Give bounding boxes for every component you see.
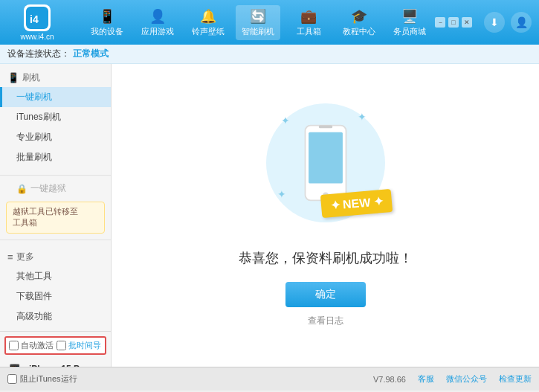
apps-games-icon: 👤 (149, 8, 166, 25)
phone-illustration (300, 122, 352, 204)
tutorial-label: 教程中心 (343, 26, 375, 37)
main-layout: 📱 刷机 一键刷机 iTunes刷机 专业刷机 批量刷机 🔒 一键越狱 越狱工具… (0, 64, 539, 367)
lock-icon: 🔒 (16, 184, 28, 194)
auto-activate-checkbox[interactable]: 自动激活 (9, 340, 54, 351)
svg-text:i4: i4 (30, 13, 39, 25)
minimize-button[interactable]: － (435, 17, 445, 28)
device-details: iPhone 15 Pro Max 512GB iPhone (29, 362, 106, 367)
itunes-label: 阻止iTunes运行 (20, 373, 77, 385)
download-button[interactable]: ⬇ (484, 12, 505, 33)
sidebar-item-other-tools[interactable]: 其他工具 (0, 266, 111, 286)
nav-item-my-device[interactable]: 📱 我的设备 (85, 5, 129, 40)
nav-items: 📱 我的设备 👤 应用游戏 🔔 铃声壁纸 🔄 智能刷机 💼 工具箱 🎓 教程中心… (82, 5, 435, 40)
ringtone-icon: 🔔 (200, 8, 216, 25)
sparkle-icon-2: ✦ (358, 111, 367, 123)
flash-section-icon: 📱 (7, 72, 19, 83)
import-contacts-checkbox[interactable]: 批时间导 (57, 340, 101, 351)
nav-item-service[interactable]: 🖥️ 务员商城 (387, 5, 432, 40)
window-controls: － □ ✕ (435, 17, 472, 28)
sidebar-item-jailbreak-disabled: 🔒 一键越狱 (0, 179, 111, 199)
my-device-label: 我的设备 (91, 26, 123, 37)
sparkle-icon-3: ✦ (277, 188, 286, 200)
sidebar-divider-1 (0, 175, 111, 176)
svg-rect-3 (309, 132, 343, 184)
new-badge-star-left: ✦ (329, 198, 340, 213)
success-message: 恭喜您，保资料刷机成功啦！ (239, 249, 413, 267)
auto-options-box: 自动激活 批时间导 (4, 336, 106, 355)
sidebar-section-header-more: ≡ 更多 (0, 248, 111, 266)
sidebar-item-pro-flash[interactable]: 专业刷机 (0, 127, 111, 147)
sidebar-section-header-flash: 📱 刷机 (0, 68, 111, 87)
header: i4 www.i4.cn 📱 我的设备 👤 应用游戏 🔔 铃声壁纸 🔄 智能刷机… (0, 0, 539, 45)
toolbox-label: 工具箱 (297, 26, 321, 37)
flash-section-label: 刷机 (22, 71, 40, 84)
user-button[interactable]: 👤 (511, 12, 532, 33)
sidebar: 📱 刷机 一键刷机 iTunes刷机 专业刷机 批量刷机 🔒 一键越狱 越狱工具… (0, 64, 112, 367)
service-icon: 🖥️ (401, 8, 418, 25)
device-info: 📱 iPhone 15 Pro Max 512GB iPhone (4, 359, 106, 367)
logo-icon: i4 (24, 4, 51, 31)
my-device-icon: 📱 (99, 8, 115, 25)
footer-right: V7.98.66 客服 微信公众号 检查更新 (373, 373, 532, 385)
sidebar-item-download-firmware[interactable]: 下载固件 (0, 286, 111, 306)
footer-left: 阻止iTunes运行 (7, 373, 77, 385)
close-button[interactable]: ✕ (462, 17, 472, 28)
version-text: V7.98.66 (373, 375, 406, 384)
more-section-icon: ≡ (7, 251, 13, 263)
tutorial-icon: 🎓 (351, 8, 367, 25)
phone-circle: ✦ ✦ ✦ ✦ NEW ✦ (266, 103, 385, 222)
sidebar-divider-2 (0, 240, 111, 240)
confirm-button[interactable]: 确定 (285, 282, 366, 307)
status-bar: 设备连接状态： 正常模式 (0, 45, 539, 64)
nav-item-tutorial[interactable]: 🎓 教程中心 (337, 5, 381, 40)
service-label: 务员商城 (393, 26, 426, 37)
svg-rect-4 (318, 126, 332, 129)
itunes-checkbox-label[interactable]: 阻止iTunes运行 (7, 373, 77, 385)
device-name: iPhone 15 Pro Max (29, 362, 106, 367)
nav-item-toolbox[interactable]: 💼 工具箱 (286, 5, 331, 40)
sidebar-item-batch-flash[interactable]: 批量刷机 (0, 147, 111, 167)
log-link[interactable]: 查看日志 (308, 315, 343, 327)
sidebar-item-one-key-flash[interactable]: 一键刷机 (0, 87, 111, 107)
apps-games-label: 应用游戏 (141, 26, 174, 37)
sidebar-section-more: ≡ 更多 其他工具 下载固件 高级功能 (0, 243, 111, 331)
customer-service-link[interactable]: 客服 (418, 373, 434, 385)
jailbreak-notice: 越狱工具已转移至工具箱 (6, 202, 105, 234)
footer: 阻止iTunes运行 V7.98.66 客服 微信公众号 检查更新 (0, 367, 539, 391)
itunes-checkbox[interactable] (7, 374, 17, 384)
logo-area: i4 www.i4.cn (7, 4, 67, 41)
maximize-button[interactable]: □ (448, 17, 459, 28)
sidebar-item-advanced[interactable]: 高级功能 (0, 306, 111, 327)
nav-item-ringtone[interactable]: 🔔 铃声壁纸 (186, 5, 230, 40)
new-badge-text: NEW (342, 196, 371, 211)
new-badge-star-right: ✦ (373, 194, 384, 209)
device-icon: 📱 (4, 364, 25, 367)
sparkle-icon-1: ✦ (281, 115, 290, 126)
smart-flash-icon: 🔄 (250, 8, 266, 25)
sidebar-bottom: 自动激活 批时间导 📱 iPhone 15 Pro Max 512GB iPho… (0, 331, 111, 367)
nav-item-apps-games[interactable]: 👤 应用游戏 (135, 5, 180, 40)
import-contacts-input[interactable] (57, 341, 66, 350)
sidebar-section-flash: 📱 刷机 一键刷机 iTunes刷机 专业刷机 批量刷机 (0, 64, 111, 172)
more-section-label: 更多 (16, 251, 34, 263)
toolbox-icon: 💼 (300, 8, 317, 25)
status-value: 正常模式 (73, 48, 109, 60)
logo-url: www.i4.cn (20, 33, 54, 41)
success-illustration: ✦ ✦ ✦ ✦ NEW ✦ (266, 103, 385, 222)
auto-activate-input[interactable] (9, 341, 19, 350)
content-area: ✦ ✦ ✦ ✦ NEW ✦ 恭喜您，保资料刷机成功啦！ 确定 (112, 64, 539, 367)
wechat-link[interactable]: 微信公众号 (446, 373, 487, 385)
check-update-link[interactable]: 检查更新 (499, 373, 532, 385)
status-prefix: 设备连接状态： (7, 48, 70, 60)
nav-item-smart-flash[interactable]: 🔄 智能刷机 (236, 5, 280, 40)
smart-flash-label: 智能刷机 (242, 26, 274, 37)
ringtone-label: 铃声壁纸 (192, 26, 225, 37)
header-right: － □ ✕ ⬇ 👤 (435, 12, 532, 33)
sidebar-item-itunes-flash[interactable]: iTunes刷机 (0, 107, 111, 127)
